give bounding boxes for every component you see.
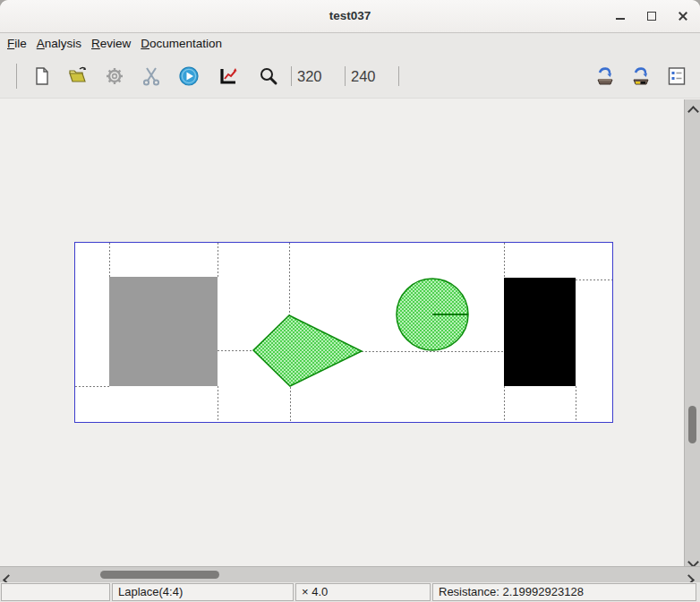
scroll-down-button[interactable] [689, 554, 698, 563]
drawing-canvas[interactable] [74, 242, 613, 423]
menubar: File Analysis Review Documentation [0, 33, 700, 54]
menu-documentation[interactable]: Documentation [141, 37, 222, 50]
scroll-up-button[interactable] [689, 103, 698, 112]
horizontal-scrollbar[interactable] [0, 566, 700, 582]
scroll-right-button[interactable] [685, 572, 694, 580]
status-cell-laplace: Laplace(4:4) [112, 583, 294, 601]
h-scroll-thumb[interactable] [100, 571, 219, 579]
vertical-scrollbar[interactable] [684, 99, 700, 566]
menu-analysis[interactable]: Analysis [37, 37, 81, 50]
chevron-up-icon [687, 106, 699, 117]
titlebar: test037 [0, 0, 700, 33]
settings-gear-icon[interactable] [104, 65, 125, 87]
status-cell-empty [1, 583, 110, 601]
report-list-icon[interactable] [666, 65, 687, 87]
plot-chart-icon[interactable] [218, 65, 239, 87]
toolbar-separator [398, 66, 399, 86]
green-kite [253, 315, 362, 386]
v-scroll-thumb[interactable] [688, 406, 696, 443]
canvas-width-field[interactable] [297, 65, 340, 87]
window-controls [614, 0, 689, 32]
status-cell-resistance: Resistance: 2.19992923128 [432, 583, 696, 601]
workspace [0, 99, 700, 566]
scroll-left-button[interactable] [4, 572, 13, 580]
black-rectangle [504, 278, 576, 386]
maximize-button[interactable] [645, 10, 658, 22]
zoom-magnifier-icon[interactable] [258, 65, 279, 87]
export-run-striped-icon[interactable] [630, 65, 652, 87]
maximize-icon [647, 12, 656, 21]
minimize-icon [616, 18, 625, 20]
menu-file[interactable]: File [7, 37, 27, 50]
toolbar-separator [345, 66, 346, 86]
cut-scissors-icon[interactable] [141, 65, 162, 87]
close-button[interactable] [677, 10, 689, 22]
toolbar [0, 54, 700, 99]
statusbar: Laplace(4:4) × 4.0 Resistance: 2.1999292… [0, 582, 700, 602]
menu-review[interactable]: Review [91, 37, 131, 50]
gray-square [109, 277, 218, 386]
status-cell-zoom: × 4.0 [295, 583, 431, 601]
minimize-button[interactable] [614, 10, 627, 22]
window-title: test037 [0, 0, 700, 32]
toolbar-separator [16, 64, 17, 89]
new-document-icon[interactable] [31, 65, 53, 87]
canvas-svg [75, 243, 612, 422]
toolbar-separator [291, 66, 292, 86]
export-run-icon[interactable] [594, 65, 616, 87]
canvas-height-field[interactable] [351, 65, 394, 87]
open-file-icon[interactable] [67, 65, 89, 87]
app-window: test037 File Analysis Review Documentati… [0, 0, 700, 602]
run-play-icon[interactable] [178, 65, 200, 87]
